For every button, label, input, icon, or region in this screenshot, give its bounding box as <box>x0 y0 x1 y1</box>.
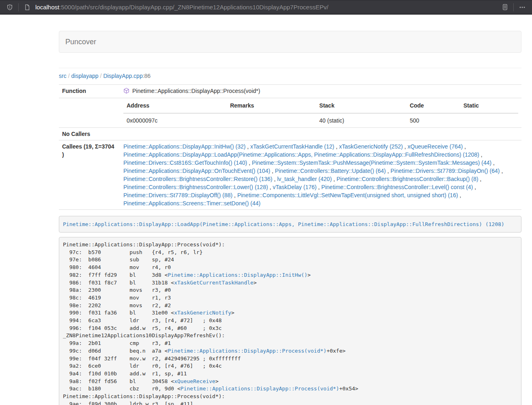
callee-separator: , <box>317 184 321 190</box>
callee-separator: , <box>268 184 273 190</box>
code-line: 99e: f04f 32ff mov.w r2, #4294967295 ; 0… <box>63 355 517 363</box>
reader-view-icon[interactable] <box>500 2 510 12</box>
callee-link[interactable]: Pinetime::Drivers::St7789::DisplayOn() (… <box>390 168 500 174</box>
code-line: 996: f104 053c add.w r5, r4, #60 ; 0x3c <box>63 325 517 332</box>
code-label-line: Pinetime::Applications::DisplayApp::Proc… <box>63 393 517 401</box>
callee-link[interactable]: Pinetime::Drivers::St7789::DisplayOff() … <box>123 192 233 198</box>
code-line: 980: 4604 mov r4, r0 <box>63 264 517 271</box>
callees-label: Callees (19, Σ=3704 ) <box>59 140 120 210</box>
code-line: 9a4: f10d 010b add.w r1, sp, #11 <box>63 370 517 378</box>
callee-link[interactable]: vTaskDelay (176) <box>273 184 317 190</box>
code-line: 9ac: b180 cbz r0, 9d0 <Pinetime::Applica… <box>63 385 517 393</box>
callee-separator: , <box>403 143 408 150</box>
callee-separator: , <box>334 143 339 150</box>
shield-icon[interactable] <box>5 2 15 12</box>
toolbar-divider <box>513 3 514 11</box>
breadcrumb-separator: / <box>67 73 71 79</box>
callee-link[interactable]: xTaskGetCurrentTaskHandle (12) <box>250 143 334 150</box>
stack-value: 40 (static) <box>316 113 407 127</box>
code-line: 9a8: f02f fd56 bl 30458 <xQueueReceive> <box>63 378 517 386</box>
browser-toolbar: localhost:5000/path/src/displayapp/Displ… <box>0 0 532 15</box>
callee-link[interactable]: Pinetime::Controllers::BrightnessControl… <box>336 176 478 182</box>
code-line: 994: 6ca3 ldr r3, [r4, #72] ; 0x48 <box>63 317 517 325</box>
col-remarks: Remarks <box>227 98 316 113</box>
code-symbol-link[interactable]: xQueueReceive <box>174 378 215 384</box>
code-symbol-link[interactable]: xTaskGenericNotify <box>174 310 231 316</box>
callee-link[interactable]: Pinetime::Drivers::Cst816S::GetTouchInfo… <box>123 159 247 166</box>
callee-separator: , <box>246 143 250 150</box>
divider-rule <box>59 68 521 68</box>
highlighted-callee-link[interactable]: Pinetime::Applications::DisplayApp::Load… <box>63 221 504 227</box>
callee-separator: , <box>478 176 482 182</box>
metrics-row: Address Remarks Stack Code Static 0x0000… <box>59 98 521 128</box>
function-name-cell: Pinetime::Applications::DisplayApp::Proc… <box>120 85 521 98</box>
breadcrumb-link-file[interactable]: DisplayApp.cpp <box>103 73 142 79</box>
code-line: 9ae: f89d 300b ldrb.w r3, [sp, #11] <box>63 401 517 405</box>
page-info-icon[interactable] <box>22 2 32 12</box>
callee-link[interactable]: Pinetime::System::SystemTask::PushMessag… <box>252 159 492 166</box>
code-label-line: Pinetime::Applications::DisplayApp::Proc… <box>63 241 517 249</box>
brand-link[interactable]: Puncover <box>65 38 96 46</box>
code-symbol-link[interactable]: Pinetime::Applications::DisplayApp::Init… <box>168 272 307 278</box>
function-name: Pinetime::Applications::DisplayApp::Proc… <box>132 88 260 94</box>
callees-list: Pinetime::Applications::DisplayApp::Init… <box>120 140 521 210</box>
callee-separator: , <box>500 168 503 174</box>
callee-separator: , <box>458 192 461 198</box>
code-line: 98a: 2300 movs r3, #0 <box>63 287 517 294</box>
highlighted-callee-box: Pinetime::Applications::DisplayApp::Load… <box>59 216 521 233</box>
code-line: 98c: 4619 mov r1, r3 <box>63 294 517 302</box>
callee-link[interactable]: Pinetime::Applications::DisplayApp::Load… <box>123 151 479 158</box>
no-callers-cell <box>120 128 521 140</box>
breadcrumb: src/displayapp/DisplayApp.cpp:86 <box>59 73 521 79</box>
callee-link[interactable]: Pinetime::Applications::Screens::Timer::… <box>123 200 261 207</box>
callee-link[interactable]: lv_task_handler (420) <box>277 176 332 182</box>
callee-link[interactable]: xTaskGenericNotify (252) <box>339 143 403 150</box>
callee-link[interactable]: xQueueReceive (764) <box>407 143 463 150</box>
breadcrumb-link-displayapp[interactable]: displayapp <box>71 73 99 79</box>
callee-separator: , <box>463 143 466 150</box>
breadcrumb-separator: / <box>99 73 103 79</box>
disassembly-pre: Pinetime::Applications::DisplayApp::Proc… <box>59 237 521 405</box>
no-callers-label: No Callers <box>59 128 120 140</box>
url-path: :5000/path/src/displayapp/DisplayApp.cpp… <box>59 4 328 11</box>
menu-ellipsis-icon[interactable] <box>517 2 527 12</box>
col-code: Code <box>407 98 460 113</box>
code-symbol-link[interactable]: xTaskGetCurrentTaskHandle <box>174 280 254 286</box>
col-static: Static <box>460 98 518 113</box>
code-symbol-link[interactable]: Pinetime::Applications::DisplayApp::Proc… <box>181 386 339 392</box>
address-value: 0x0000097c <box>123 113 227 127</box>
url-host: localhost <box>35 4 59 11</box>
callee-link[interactable]: Pinetime::Components::LittleVgl::SetNewT… <box>237 192 458 198</box>
code-line: 99a: 2b01 cmp r3, #1 <box>63 340 517 347</box>
breadcrumb-link-src[interactable]: src <box>59 73 67 79</box>
function-table: Function Pinetime::Applications::Display… <box>59 84 521 210</box>
callee-link[interactable]: Pinetime::Applications::DisplayApp::Init… <box>123 143 246 150</box>
callee-link[interactable]: Pinetime::Controllers::BrightnessControl… <box>123 184 268 190</box>
code-line: 97c: b570 push {r4, r5, r6, lr} <box>63 249 517 256</box>
callee-separator: , <box>479 151 482 158</box>
code-label-line: _ZN8Pinetime12Applications10DisplayApp7R… <box>63 332 517 340</box>
code-line: 99c: d06d beq.n a7a <Pinetime::Applicati… <box>63 347 517 355</box>
toolbar-divider <box>18 3 19 11</box>
metrics-cell: Address Remarks Stack Code Static 0x0000… <box>120 98 521 128</box>
callee-link[interactable]: Pinetime::Controllers::BrightnessControl… <box>123 176 272 182</box>
callee-separator: , <box>270 168 275 174</box>
site-navbar: Puncover <box>59 31 521 53</box>
callee-link[interactable]: Pinetime::Controllers::BrightnessControl… <box>321 184 473 190</box>
symbol-cube-icon <box>123 88 129 96</box>
callee-separator: , <box>272 176 277 182</box>
page-container: Puncover src/displayapp/DisplayApp.cpp:8… <box>59 31 521 405</box>
code-line: 97e: b086 sub sp, #24 <box>63 256 517 264</box>
callee-separator: , <box>491 159 495 166</box>
callee-separator: , <box>473 184 476 190</box>
code-symbol-link[interactable]: Pinetime::Applications::DisplayApp::Proc… <box>168 348 326 354</box>
col-address: Address <box>123 98 227 113</box>
callee-link[interactable]: Pinetime::Controllers::Battery::Update()… <box>275 168 386 174</box>
callee-separator: , <box>332 176 337 182</box>
callee-link[interactable]: Pinetime::Applications::DisplayApp::OnTo… <box>123 168 270 174</box>
url-input[interactable]: localhost:5000/path/src/displayapp/Displ… <box>35 4 500 11</box>
function-label: Function <box>59 85 120 98</box>
callee-separator: , <box>233 192 237 198</box>
code-size-value: 500 <box>407 113 460 127</box>
function-row: Function Pinetime::Applications::Display… <box>59 85 521 98</box>
